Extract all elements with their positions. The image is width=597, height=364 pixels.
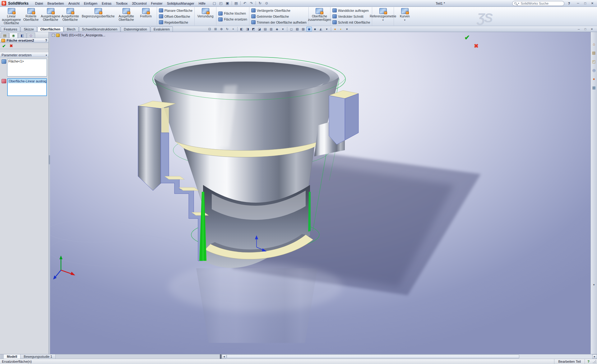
left-flange-outer-face[interactable] bbox=[138, 106, 161, 191]
search-dropdown-icon[interactable]: ▾ bbox=[518, 2, 519, 5]
confirm-cancel-button[interactable]: ✖ bbox=[474, 43, 479, 49]
file-explorer-icon[interactable]: ◰ bbox=[591, 59, 597, 64]
view-orientation-dropdown[interactable]: ▾ bbox=[280, 27, 286, 31]
window-resize-grip[interactable] bbox=[592, 359, 597, 364]
view-bottom-icon[interactable]: ▥ bbox=[268, 27, 274, 31]
open-icon[interactable]: ◰ bbox=[218, 1, 224, 6]
tab-area-grip[interactable] bbox=[0, 354, 4, 359]
display-shaded-icon[interactable]: ■ bbox=[312, 27, 318, 31]
save-icon[interactable]: ▣ bbox=[224, 1, 230, 6]
fillet-button[interactable]: Verrundung bbox=[196, 7, 215, 25]
pm-help-icon[interactable]: ? bbox=[45, 39, 47, 42]
tab-schweisskonstruktionen[interactable]: Schweißkonstruktionen bbox=[79, 26, 121, 32]
menu-toolbox[interactable]: Toolbox bbox=[113, 1, 130, 6]
doc-restore-button[interactable]: □ bbox=[583, 27, 588, 31]
filled-surface-button[interactable]: Ausgefüllte Oberfläche bbox=[117, 7, 136, 25]
replacement-surface-selection-box[interactable]: Oberfläche-Linear austrag bbox=[7, 78, 47, 96]
zoom-in-out-icon[interactable]: ⊕ bbox=[219, 27, 224, 31]
chevron-down-icon[interactable]: ▾ bbox=[382, 18, 384, 22]
lofted-surface-button[interactable]: Ausgeformte Oberfläche bbox=[60, 7, 80, 25]
menu-einfuegen[interactable]: Einfügen bbox=[82, 1, 100, 6]
configurationmanager-tab[interactable]: ◧ bbox=[18, 33, 26, 38]
doc-close-button[interactable]: ✕ bbox=[589, 27, 595, 31]
pan-icon[interactable]: + bbox=[230, 27, 236, 31]
confirm-ok-button[interactable]: ✔ bbox=[464, 34, 470, 41]
chevron-down-icon[interactable]: ▾ bbox=[404, 18, 405, 22]
pm-ok-button[interactable]: ✔ bbox=[2, 44, 6, 48]
task-pane-scroll-down-icon[interactable]: ▾ bbox=[593, 283, 595, 286]
right-flange-front-face[interactable] bbox=[329, 95, 345, 145]
curves-button[interactable]: Kurven ▾ bbox=[395, 7, 414, 25]
freeform-button[interactable]: Freiform bbox=[136, 7, 156, 25]
horizontal-scrollbar[interactable]: ◄ ► bbox=[221, 354, 597, 359]
feature-tree-flyout[interactable]: + Teil1 (01<<01>_Anzeigesta... bbox=[52, 33, 105, 37]
scene-icon[interactable]: ◐ bbox=[338, 27, 344, 31]
trim-surface-button[interactable]: Getrimmte Oberfläche bbox=[250, 14, 308, 19]
scroll-right-icon[interactable]: ► bbox=[592, 354, 597, 359]
tab-bewegungsstudie[interactable]: Bewegungsstudie 1 bbox=[21, 354, 56, 359]
right-flange-side-face[interactable] bbox=[345, 94, 359, 140]
delete-face-button[interactable]: Fläche löschen bbox=[217, 11, 248, 16]
scrollbar-thumb[interactable] bbox=[227, 355, 520, 358]
display-hidden-lines-removed-icon[interactable]: ▨ bbox=[300, 27, 306, 31]
display-wireframe-icon[interactable]: ◻ bbox=[289, 27, 294, 31]
undo-icon[interactable]: ↶ bbox=[242, 1, 248, 6]
redo-icon[interactable]: ↷ bbox=[248, 1, 254, 6]
tab-blech[interactable]: Blech bbox=[64, 26, 79, 32]
view-top-icon[interactable]: ▤ bbox=[262, 27, 268, 31]
thicken-button[interactable]: Wanddicke auftragen bbox=[331, 8, 371, 13]
tab-modell[interactable]: Modell bbox=[4, 354, 21, 359]
search-tab-icon[interactable]: ◎ bbox=[591, 67, 597, 73]
zoom-fit-icon[interactable]: ⊡ bbox=[207, 27, 212, 31]
tab-evaluieren[interactable]: Evaluieren bbox=[150, 26, 173, 32]
cut-with-surface-button[interactable]: Schnitt mit Oberfläche bbox=[331, 20, 371, 25]
menu-3dcontrol[interactable]: 3Dcontrol bbox=[130, 1, 149, 6]
pm-group-header[interactable]: Parameter ersetzen ▴ bbox=[0, 53, 49, 57]
minimize-button[interactable]: ─ bbox=[575, 1, 581, 6]
solidworks-resources-icon[interactable]: ⌂ bbox=[591, 41, 597, 47]
tab-datenmigration[interactable]: Datenmigration bbox=[121, 26, 150, 32]
menu-solidplusmanager[interactable]: SolidplusManager bbox=[165, 1, 197, 6]
display-hidden-lines-visible-icon[interactable]: ▧ bbox=[294, 27, 300, 31]
options-icon[interactable]: ⊙ bbox=[264, 1, 270, 6]
collapse-chevron-icon[interactable]: ▴ bbox=[46, 53, 47, 56]
knit-surface-button[interactable]: Oberfläche zusammenfügen bbox=[310, 7, 329, 25]
doc-minimize-button[interactable]: ─ bbox=[576, 27, 581, 31]
appearance-icon[interactable]: ● bbox=[332, 27, 338, 31]
3d-model-canvas[interactable] bbox=[50, 32, 590, 354]
new-document-icon[interactable]: ▢ bbox=[211, 1, 217, 6]
replace-face-button[interactable]: Fläche ersetzen bbox=[217, 17, 248, 22]
propertymanager-tab[interactable]: ◉ bbox=[9, 33, 18, 38]
section-view-icon[interactable]: ◭ bbox=[318, 27, 324, 31]
selection-item[interactable]: Oberfläche-Linear austrag bbox=[8, 79, 46, 83]
print-icon[interactable]: ▤ bbox=[233, 1, 239, 6]
menu-hilfe[interactable]: Hilfe bbox=[197, 1, 208, 6]
status-help-icon[interactable]: ? bbox=[585, 359, 592, 364]
ruled-surface-button[interactable]: Regeloberfläche bbox=[158, 20, 193, 25]
camera-dropdown[interactable]: ▾ bbox=[344, 27, 350, 31]
graphics-viewport[interactable]: + Teil1 (01<<01>_Anzeigesta... ✔ ✖ bbox=[50, 32, 590, 354]
menu-ansicht[interactable]: Ansicht bbox=[66, 1, 82, 6]
menu-datei[interactable]: Datei bbox=[33, 1, 45, 6]
flyout-part-name[interactable]: Teil1 (01<<01>_Anzeigesta... bbox=[61, 33, 105, 37]
menu-fenster[interactable]: Fenster bbox=[149, 1, 164, 6]
tab-skizze[interactable]: Skizze bbox=[21, 26, 37, 32]
revolved-surface-button[interactable]: Rotierte Oberfläche bbox=[21, 7, 41, 25]
extend-surface-button[interactable]: Verlängerte Oberfläche bbox=[250, 8, 308, 13]
rebuild-icon[interactable]: ↻ bbox=[257, 1, 263, 6]
target-faces-selection-box[interactable]: Fläche<1> bbox=[7, 59, 47, 76]
dimxpertmanager-tab[interactable]: ◇ bbox=[27, 33, 35, 38]
search-input[interactable]: ▾ SolidWorks Suche bbox=[512, 1, 564, 6]
untrim-surface-button[interactable]: Trimmen der Oberfläche aufheben bbox=[250, 20, 308, 25]
maximize-button[interactable]: □ bbox=[582, 1, 588, 6]
pm-cancel-button[interactable]: ✖ bbox=[10, 44, 13, 48]
expand-icon[interactable]: + bbox=[52, 34, 55, 37]
display-style-dropdown[interactable]: ▾ bbox=[324, 27, 330, 31]
display-shaded-with-edges-icon[interactable]: ▣ bbox=[306, 27, 312, 31]
rotate-view-icon[interactable]: ↻ bbox=[224, 27, 230, 31]
menu-extras[interactable]: Extras bbox=[100, 1, 113, 6]
tab-oberflaechen[interactable]: Oberflächen bbox=[37, 26, 63, 32]
scrollbar-track[interactable] bbox=[520, 354, 592, 359]
extruded-surface-button[interactable]: Linear ausgetragene Oberfläche bbox=[2, 7, 21, 25]
thickened-cut-button[interactable]: Verdickter Schnitt bbox=[331, 14, 371, 19]
